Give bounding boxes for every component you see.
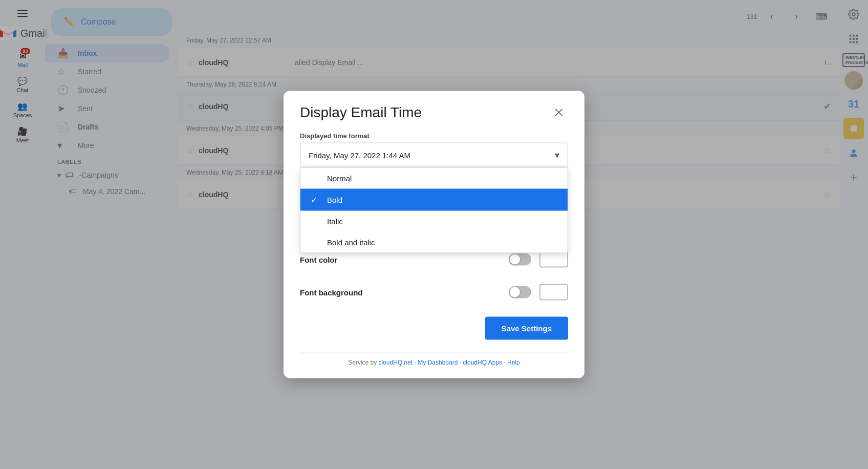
time-format-options-list: Normal ✓ Bold Italic Bold and italic [300,167,568,253]
font-color-toggle[interactable] [509,253,531,266]
footer-dashboard-link[interactable]: My Dashboard [418,359,458,366]
option-normal-label: Normal [327,174,352,183]
font-background-row: Font background [300,280,568,305]
modal-footer: Service by cloudHQ.net · My Dashboard · … [300,352,568,366]
option-bold-italic-label: Bold and italic [327,238,375,247]
option-bold[interactable]: ✓ Bold [300,189,568,211]
time-format-value: Friday, May 27, 2022 1:44 AM [309,151,410,159]
option-italic[interactable]: Italic [300,211,568,232]
font-background-swatch[interactable] [539,284,568,301]
save-settings-button[interactable]: Save Settings [485,317,568,340]
font-color-label: Font color [300,255,501,264]
footer-help-link[interactable]: Help [507,359,520,366]
dropdown-arrow-icon: ▾ [555,150,559,161]
option-bold-italic[interactable]: Bold and italic [300,232,568,253]
modal-header: Display Email Time [300,103,568,122]
time-format-section: Displayed time format Friday, May 27, 20… [300,132,568,167]
time-format-label: Displayed time format [300,132,568,140]
footer-cloudhq-link[interactable]: cloudHQ.net [379,359,413,366]
font-background-toggle[interactable] [509,286,531,299]
modal-title: Display Email Time [300,104,422,121]
footer-service: Service by [348,359,378,366]
option-normal[interactable]: Normal [300,168,568,189]
font-background-toggle-knob [510,287,520,297]
font-color-swatch[interactable] [539,251,568,268]
bold-check-icon: ✓ [311,195,321,205]
footer-apps-link[interactable]: cloudHQ Apps [463,359,502,366]
option-bold-label: Bold [327,196,342,204]
display-email-time-modal: Display Email Time Displayed time format… [284,91,584,378]
font-background-label: Font background [300,288,501,296]
option-italic-label: Italic [327,217,343,226]
font-color-toggle-knob [510,254,520,265]
time-format-dropdown[interactable]: Friday, May 27, 2022 1:44 AM ▾ [300,143,568,167]
save-section: Save Settings [300,313,568,340]
time-format-dropdown-container: Friday, May 27, 2022 1:44 AM ▾ Normal ✓ … [300,143,568,167]
close-modal-button[interactable] [550,103,568,122]
